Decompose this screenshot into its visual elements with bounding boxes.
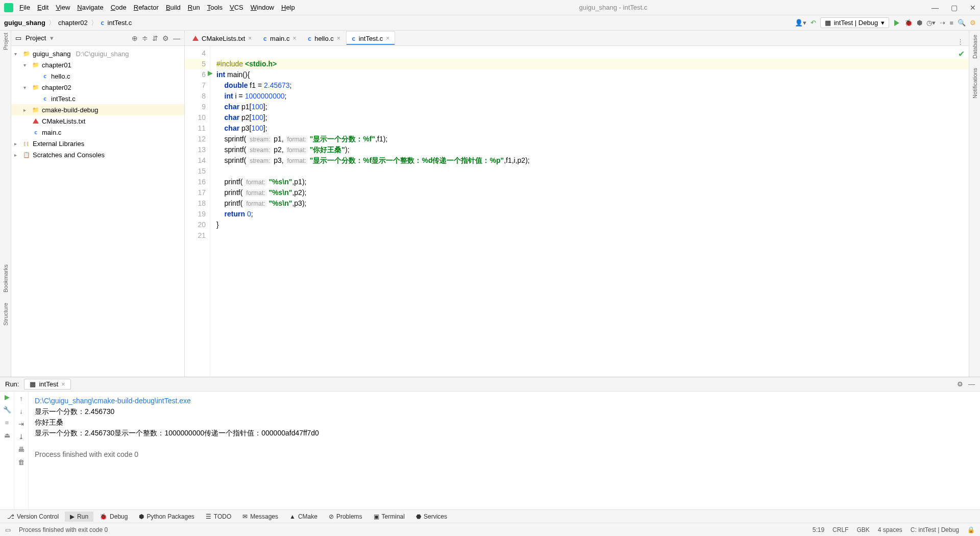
coverage-button[interactable]: ⬢ [917, 19, 922, 27]
code-line[interactable]: int i = 1000000000; [216, 91, 969, 102]
tabs-menu-icon[interactable]: ⋮ [952, 38, 969, 45]
editor-tab-inttest-c[interactable]: cintTest.c× [346, 31, 396, 45]
line-number[interactable]: 7 [185, 80, 206, 91]
hide-icon[interactable]: — [968, 380, 975, 388]
line-number[interactable]: 5 [185, 59, 206, 69]
close-icon[interactable]: × [292, 35, 296, 42]
tree-item-cmakelists-txt[interactable]: CMakeLists.txt [11, 115, 184, 127]
locate-icon[interactable]: ⊕ [132, 34, 138, 42]
tree-arrow-icon[interactable]: ▸ [23, 107, 30, 113]
menu-refactor[interactable]: Refactor [134, 4, 159, 11]
tree-item-inttest-c[interactable]: cintTest.c [11, 93, 184, 104]
code-line[interactable]: printf( format: "%s\n",p2); [216, 187, 969, 198]
line-number[interactable]: 15 [185, 166, 206, 177]
stop-button[interactable]: ■ [949, 19, 953, 27]
stop-icon[interactable]: ■ [5, 419, 9, 426]
scroll-end-icon[interactable]: ⤓ [18, 433, 24, 441]
bottom-tab-messages[interactable]: ✉Messages [237, 511, 283, 522]
code-line[interactable]: sprintf( stream: p3, format: "显示一个分数：%f显… [216, 155, 969, 166]
code-line[interactable]: printf( format: "%s\n",p3); [216, 198, 969, 209]
line-number[interactable]: 19 [185, 209, 206, 220]
close-icon[interactable]: × [248, 35, 252, 42]
gear-icon[interactable]: ⚙ [957, 380, 963, 388]
run-config-selector[interactable]: ▦ intTest | Debug ▾ [820, 17, 889, 28]
breadcrumb-item[interactable]: intTest.c [108, 19, 132, 27]
breadcrumb[interactable]: guigu_shang〉chapter02〉cintTest.c [4, 18, 132, 28]
bottom-tab-run[interactable]: ▶Run [65, 511, 93, 522]
close-icon[interactable]: × [386, 35, 389, 42]
bookmarks-tool-tab[interactable]: Bookmarks [3, 264, 9, 293]
code-line[interactable]: sprintf( stream: p2, format: "你好王桑"); [216, 144, 969, 155]
trash-icon[interactable]: 🗑 [18, 458, 24, 466]
bottom-tab-version-control[interactable]: ⎇Version Control [2, 511, 64, 522]
code-line[interactable]: } [216, 220, 969, 230]
status-icon[interactable]: ▭ [5, 526, 11, 533]
collapse-all-icon[interactable]: ⇵ [152, 34, 158, 42]
tree-item-chapter02[interactable]: ▾📁chapter02 [11, 82, 184, 93]
close-icon[interactable]: ✕ [970, 4, 976, 12]
code-line[interactable]: char p1[100]; [216, 102, 969, 112]
settings-icon[interactable]: ⚙ [970, 19, 976, 27]
wrench-icon[interactable]: 🔧 [3, 406, 11, 413]
line-number[interactable]: 9 [185, 102, 206, 112]
line-number[interactable]: 18 [185, 198, 206, 209]
code-content[interactable]: #include <stdio.h>int main(){ double f1 … [210, 46, 969, 377]
project-tree[interactable]: ▾📁guigu_shangD:\C\guigu_shang▾📁chapter01… [11, 46, 184, 162]
inspection-ok-icon[interactable]: ✔ [958, 49, 965, 59]
run-tab[interactable]: ▦ intTest × [24, 379, 70, 389]
down-icon[interactable]: ↓ [19, 407, 23, 415]
menu-navigate[interactable]: Navigate [77, 4, 103, 11]
gear-icon[interactable]: ⚙ [162, 34, 169, 42]
search-icon[interactable]: 🔍 [958, 19, 966, 27]
project-panel-title[interactable]: Project [26, 34, 46, 42]
rerun-icon[interactable] [4, 395, 10, 401]
console-output[interactable]: D:\C\guigu_shang\cmake-build-debug\intTe… [29, 392, 980, 509]
structure-tool-tab[interactable]: Structure [3, 303, 9, 326]
build-icon[interactable]: ↶ [811, 19, 816, 27]
line-number[interactable]: 20 [185, 220, 206, 230]
tree-item-guigu-shang[interactable]: ▾📁guigu_shangD:\C\guigu_shang [11, 48, 184, 59]
code-line[interactable] [216, 230, 969, 241]
database-tool-tab[interactable]: Database [972, 35, 978, 59]
close-icon[interactable]: × [61, 380, 65, 388]
tree-item-hello-c[interactable]: chello.c [11, 70, 184, 82]
bottom-tab-problems[interactable]: ⊘Problems [324, 511, 368, 522]
profile-button[interactable]: ◷▾ [926, 19, 936, 27]
project-tool-tab[interactable]: Project [3, 33, 9, 50]
bottom-tab-cmake[interactable]: ▲CMake [284, 511, 323, 522]
menu-file[interactable]: File [19, 4, 30, 11]
code-line[interactable]: printf( format: "%s\n",p1); [216, 177, 969, 187]
menu-window[interactable]: Window [251, 4, 274, 11]
attach-button[interactable]: ⇢ [940, 19, 945, 27]
minimize-icon[interactable]: — [932, 4, 939, 12]
up-icon[interactable]: ↑ [19, 395, 23, 402]
line-number[interactable]: 6 [185, 69, 206, 80]
menu-run[interactable]: Run [188, 4, 200, 11]
editor-tab-hello-c[interactable]: chello.c× [302, 31, 346, 45]
tree-arrow-icon[interactable]: ▾ [23, 85, 30, 90]
menu-build[interactable]: Build [166, 4, 181, 11]
lock-icon[interactable]: 🔒 [967, 526, 975, 533]
hide-icon[interactable]: — [173, 34, 180, 42]
run-gutter-icon[interactable] [208, 71, 213, 76]
run-button[interactable] [893, 19, 900, 27]
editor-tab-main-c[interactable]: cmain.c× [257, 31, 302, 45]
line-number[interactable]: 16 [185, 177, 206, 187]
code-line[interactable]: double f1 = 2.45673; [216, 80, 969, 91]
tree-item-chapter01[interactable]: ▾📁chapter01 [11, 59, 184, 70]
line-number[interactable]: 14 [185, 155, 206, 166]
menu-vcs[interactable]: VCS [230, 4, 243, 11]
code-line[interactable]: char p2[100]; [216, 112, 969, 123]
exit-icon[interactable]: ⏏ [4, 431, 10, 439]
tree-arrow-icon[interactable]: ▸ [14, 152, 20, 158]
line-number[interactable]: 17 [185, 187, 206, 198]
maximize-icon[interactable]: ▢ [951, 4, 958, 12]
notifications-tool-tab[interactable]: Notifications [972, 68, 978, 99]
bottom-tab-terminal[interactable]: ▣Terminal [369, 511, 410, 522]
tree-item-scratches-and-consoles[interactable]: ▸📋Scratches and Consoles [11, 149, 184, 160]
tree-item-external-libraries[interactable]: ▸⫿⫿External Libraries [11, 138, 184, 149]
breadcrumb-item[interactable]: guigu_shang [4, 19, 45, 27]
indent-info[interactable]: 4 spaces [878, 526, 902, 533]
code-editor[interactable]: 456789101112131415161718192021 #include … [185, 46, 969, 377]
bottom-tab-debug[interactable]: 🐞Debug [94, 511, 133, 522]
